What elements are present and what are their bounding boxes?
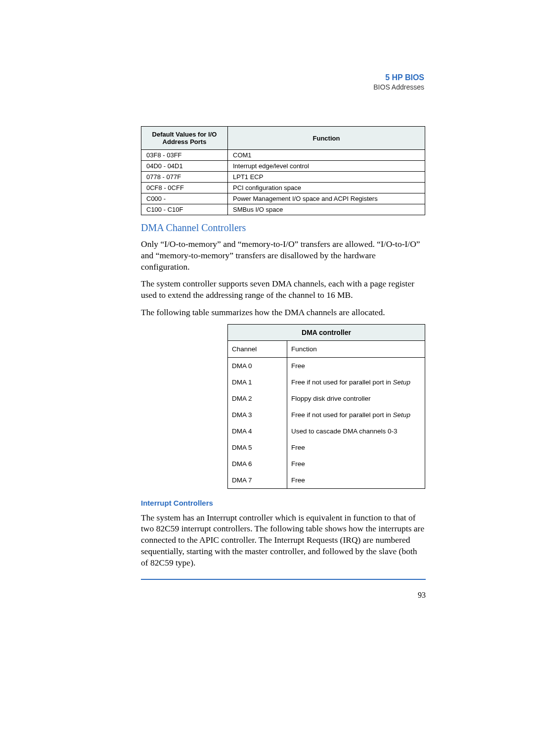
table-row: DMA 6Free: [228, 456, 425, 472]
dma-func: Free if not used for parallel port in Se…: [287, 407, 425, 423]
page-content: Default Values for I/O Address Ports Fun…: [141, 126, 465, 600]
io-table-header-ports: Default Values for I/O Address Ports: [141, 127, 228, 150]
page-header: 5 HP BIOS BIOS Addresses: [373, 73, 424, 91]
dma-subhead-function: Function: [287, 340, 425, 357]
table-row: DMA 7Free: [228, 472, 425, 489]
dma-channel: DMA 5: [228, 439, 287, 456]
io-func: PCI configuration space: [228, 183, 425, 193]
dma-func: Used to cascade DMA channels 0-3: [287, 423, 425, 439]
body-paragraph: The system controller supports seven DMA…: [141, 278, 425, 301]
dma-heading: DMA Channel Controllers: [141, 222, 465, 234]
dma-subhead-channel: Channel: [228, 340, 287, 357]
dma-channel: DMA 4: [228, 423, 287, 439]
dma-func: Free if not used for parallel port in Se…: [287, 374, 425, 390]
interrupt-heading: Interrupt Controllers: [141, 499, 465, 507]
body-paragraph: Only “I/O-to-memory” and “memory-to-I/O”…: [141, 238, 425, 272]
io-port: C000 -: [141, 193, 228, 204]
table-row: 04D0 - 04D1Interrupt edge/level control: [141, 161, 425, 172]
body-paragraph: The system has an Interrupt controller w…: [141, 512, 425, 568]
table-row: DMA 0Free: [228, 357, 425, 374]
dma-channel: DMA 2: [228, 390, 287, 407]
chapter-label: 5 HP BIOS: [373, 73, 424, 82]
body-paragraph: The following table summarizes how the D…: [141, 307, 425, 318]
dma-controller-table: DMA controller Channel Function DMA 0Fre…: [227, 324, 425, 489]
section-label: BIOS Addresses: [373, 83, 424, 91]
io-port: C100 - C10F: [141, 204, 228, 215]
io-func: LPT1 ECP: [228, 172, 425, 183]
dma-func: Free: [287, 357, 425, 374]
dma-func: Free: [287, 472, 425, 489]
table-row: 03F8 - 03FFCOM1: [141, 150, 425, 161]
table-row: C000 -Power Management I/O space and ACP…: [141, 193, 425, 204]
table-row: DMA 4Used to cascade DMA channels 0-3: [228, 423, 425, 439]
io-port: 04D0 - 04D1: [141, 161, 228, 172]
table-row: C100 - C10FSMBus I/O space: [141, 204, 425, 215]
dma-channel: DMA 6: [228, 456, 287, 472]
footer-divider: [141, 579, 426, 580]
dma-channel: DMA 3: [228, 407, 287, 423]
dma-table-title: DMA controller: [228, 324, 425, 340]
table-row: DMA 3Free if not used for parallel port …: [228, 407, 425, 423]
table-row: Channel Function: [228, 340, 425, 357]
io-func: SMBus I/O space: [228, 204, 425, 215]
dma-func: Free: [287, 456, 425, 472]
io-port: 0778 - 077F: [141, 172, 228, 183]
dma-func: Free: [287, 439, 425, 456]
page-number: 93: [141, 591, 426, 600]
dma-channel: DMA 7: [228, 472, 287, 489]
table-row: 0778 - 077FLPT1 ECP: [141, 172, 425, 183]
table-row: DMA 5Free: [228, 439, 425, 456]
dma-func: Floppy disk drive controller: [287, 390, 425, 407]
io-port: 03F8 - 03FF: [141, 150, 228, 161]
io-func: Interrupt edge/level control: [228, 161, 425, 172]
io-table-header-function: Function: [228, 127, 425, 150]
dma-channel: DMA 0: [228, 357, 287, 374]
table-row: DMA 2Floppy disk drive controller: [228, 390, 425, 407]
io-port: 0CF8 - 0CFF: [141, 183, 228, 193]
table-row: 0CF8 - 0CFFPCI configuration space: [141, 183, 425, 193]
io-address-table: Default Values for I/O Address Ports Fun…: [141, 126, 425, 215]
io-func: COM1: [228, 150, 425, 161]
table-row: DMA 1Free if not used for parallel port …: [228, 374, 425, 390]
io-func: Power Management I/O space and ACPI Regi…: [228, 193, 425, 204]
dma-channel: DMA 1: [228, 374, 287, 390]
